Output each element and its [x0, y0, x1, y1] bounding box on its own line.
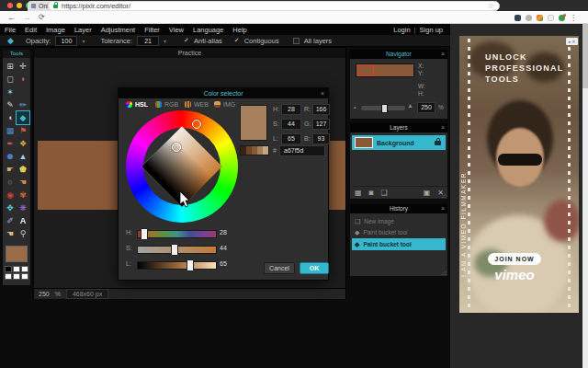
r-value-field[interactable]: 166: [312, 104, 330, 115]
menu-file[interactable]: File: [0, 26, 20, 34]
l-value-field[interactable]: 65: [281, 133, 301, 144]
marquee-tool[interactable]: ◻: [4, 73, 17, 86]
adblock-extension-icon[interactable]: [559, 15, 565, 21]
menu-adjustment[interactable]: Adjustment: [96, 26, 141, 34]
menu-layer[interactable]: Layer: [70, 26, 96, 34]
menu-help[interactable]: Help: [228, 26, 251, 34]
lightness-slider[interactable]: [137, 261, 217, 270]
hue-marker[interactable]: [192, 120, 201, 129]
tab-img[interactable]: IMG: [214, 101, 235, 108]
layers-header[interactable]: Layers ×: [350, 123, 447, 132]
pocket-extension-icon[interactable]: [514, 15, 521, 21]
sponge-tool[interactable]: ⬟: [17, 163, 29, 176]
smudge-tool[interactable]: ☛: [4, 163, 17, 176]
g-value-field[interactable]: 127: [312, 119, 330, 130]
wand-tool[interactable]: ✶: [4, 86, 17, 98]
colorful-extension-icon[interactable]: [537, 15, 543, 21]
swatch-white[interactable]: [13, 273, 20, 280]
signup-link[interactable]: Sign up: [420, 26, 443, 34]
dodge-tool[interactable]: ●: [4, 176, 17, 189]
menu-filter[interactable]: Filter: [140, 26, 164, 34]
layer-mask-icon[interactable]: ◙: [369, 189, 374, 197]
history-item-paint-bucket-active[interactable]: ◆ Paint bucket tool: [352, 238, 446, 250]
zoom-tool[interactable]: ⚲: [17, 227, 29, 240]
hex-value-field[interactable]: a67f5d: [279, 145, 325, 156]
heal-tool[interactable]: ✾: [17, 189, 29, 201]
bookmark-star-icon[interactable]: ☆: [488, 2, 494, 10]
menu-view[interactable]: View: [164, 26, 188, 34]
dialog-close-icon[interactable]: ×: [321, 88, 324, 98]
tab-hsl[interactable]: HSL: [126, 101, 148, 108]
hue-slider-handle[interactable]: [141, 228, 148, 240]
forward-icon[interactable]: →: [23, 13, 31, 22]
brush-tool[interactable]: ✏: [17, 98, 29, 111]
opacity-value[interactable]: 100: [55, 36, 77, 46]
login-link[interactable]: Login: [393, 26, 410, 34]
contiguous-label[interactable]: Contiguous: [244, 37, 279, 45]
navigator-close-icon[interactable]: ×: [441, 50, 445, 59]
navigator-thumbnail[interactable]: [356, 63, 414, 77]
saturation-slider-handle[interactable]: [171, 244, 178, 256]
tolerance-dropdown-icon[interactable]: ▾: [164, 38, 166, 44]
layer-styles-icon[interactable]: ▦: [355, 189, 362, 197]
join-now-button[interactable]: JOIN NOW: [488, 253, 541, 265]
pinch-tool[interactable]: ❋: [17, 201, 29, 214]
gradient-tool[interactable]: ▦: [4, 124, 17, 137]
navigator-zoom-slider[interactable]: [361, 106, 405, 110]
layers-resize-grip[interactable]: ◿: [441, 191, 446, 198]
tab-rgb[interactable]: RGB: [155, 101, 178, 108]
burn-tool[interactable]: ☚: [17, 176, 29, 189]
swatch-white[interactable]: [13, 266, 20, 272]
saturation-slider[interactable]: [137, 246, 217, 254]
b-value-field[interactable]: 93: [312, 133, 330, 144]
new-layer-icon[interactable]: ▣: [424, 189, 431, 197]
cancel-button[interactable]: Cancel: [264, 262, 295, 274]
zoom-level-value[interactable]: 250: [39, 291, 50, 297]
sharpen-tool[interactable]: ▲: [17, 150, 29, 163]
layer-group-icon[interactable]: ❏: [380, 189, 387, 197]
move-tool[interactable]: ✛: [17, 60, 29, 73]
history-item-paint-bucket[interactable]: ◆ Paint bucket tool: [352, 227, 446, 237]
ok-button[interactable]: OK: [300, 262, 329, 274]
drawing-tool[interactable]: ❖: [17, 137, 29, 150]
bloat-tool[interactable]: ✥: [4, 201, 17, 214]
zoom-out-mountain-icon[interactable]: ▴: [354, 104, 356, 109]
tab-web[interactable]: WEB: [185, 101, 209, 108]
layer-row-background[interactable]: Background: [352, 135, 446, 150]
scrollbar-thumb[interactable]: [582, 24, 588, 88]
h-value-field[interactable]: 28: [281, 104, 301, 115]
history-header[interactable]: History ×: [350, 204, 447, 213]
colorpicker-tool[interactable]: ✐: [4, 214, 17, 227]
all-layers-label[interactable]: All layers: [304, 37, 332, 45]
red-eye-tool[interactable]: ◉: [4, 189, 17, 201]
lasso-tool[interactable]: ◗: [17, 73, 29, 86]
menu-language[interactable]: Language: [188, 26, 228, 34]
mac-minimize-button[interactable]: [17, 3, 22, 8]
shade-strip[interactable]: [240, 145, 269, 155]
dialog-titlebar[interactable]: Color selector ×: [119, 88, 328, 98]
gray-extension-icon[interactable]: [526, 15, 532, 21]
antialias-label[interactable]: Anti-alias: [194, 37, 222, 45]
back-icon[interactable]: ←: [7, 13, 16, 22]
layers-close-icon[interactable]: ×: [441, 123, 445, 132]
type-tool[interactable]: A: [17, 214, 29, 227]
history-item-new-image[interactable]: ❏ New image: [352, 216, 446, 226]
antialias-check-icon[interactable]: ✓: [184, 37, 189, 44]
navigator-zoom-handle[interactable]: [381, 104, 388, 113]
opacity-dropdown-icon[interactable]: ▾: [82, 38, 85, 44]
adchoices-icon[interactable]: ▸ ✕: [566, 38, 578, 45]
swatch-white[interactable]: [21, 273, 28, 280]
mac-close-button[interactable]: [7, 3, 13, 8]
url-field[interactable]: https://pixlr.com/editor/ ☆: [48, 1, 500, 11]
page-scrollbar[interactable]: [582, 24, 588, 368]
light-extension-icon[interactable]: [548, 15, 554, 21]
vimeo-logo[interactable]: vimeo: [459, 267, 570, 282]
navigator-header[interactable]: Navigator ×: [350, 50, 447, 59]
menu-edit[interactable]: Edit: [20, 26, 41, 34]
foreground-color-swatch[interactable]: [6, 246, 28, 262]
reload-icon[interactable]: ⟳: [39, 13, 45, 21]
adchoices-close-icon[interactable]: ✕: [571, 39, 575, 44]
paint-bucket-tool[interactable]: ◆: [17, 111, 29, 124]
zoom-in-mountain-icon[interactable]: ▲: [407, 102, 413, 109]
s-value-field[interactable]: 44: [281, 119, 301, 130]
